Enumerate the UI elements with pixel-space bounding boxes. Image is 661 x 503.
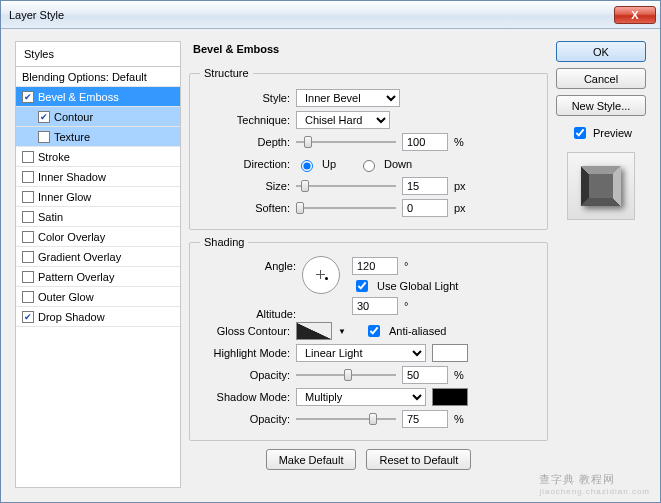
blending-options-row[interactable]: Blending Options: Default [16, 67, 180, 87]
effect-options: Bevel & Emboss Structure Style: Inner Be… [189, 41, 548, 488]
style-row-stroke[interactable]: Stroke [16, 147, 180, 167]
style-row-pattern-overlay[interactable]: Pattern Overlay [16, 267, 180, 287]
ok-button[interactable]: OK [556, 41, 646, 62]
gloss-contour-swatch[interactable] [296, 322, 332, 340]
style-row-label: Color Overlay [38, 231, 105, 243]
altitude-input[interactable] [352, 297, 398, 315]
close-icon: X [631, 9, 638, 21]
soften-input[interactable] [402, 199, 448, 217]
shadow-mode-label: Shadow Mode: [200, 391, 290, 403]
direction-down-label: Down [384, 158, 412, 170]
shadow-opacity-label: Opacity: [200, 413, 290, 425]
preview-label: Preview [593, 127, 632, 139]
style-row-outer-glow[interactable]: Outer Glow [16, 287, 180, 307]
make-default-button[interactable]: Make Default [266, 449, 357, 470]
highlight-opacity-unit: % [454, 369, 472, 381]
antialiased-checkbox[interactable] [368, 325, 380, 337]
style-row-label: Inner Glow [38, 191, 91, 203]
dialog-buttons: OK Cancel New Style... Preview [556, 41, 646, 488]
antialiased-label: Anti-aliased [389, 325, 446, 337]
global-light-checkbox[interactable] [356, 280, 368, 292]
direction-up-radio[interactable] [301, 160, 313, 172]
style-row-gradient-overlay[interactable]: Gradient Overlay [16, 247, 180, 267]
titlebar[interactable]: Layer Style X [1, 1, 660, 29]
style-row-label: Stroke [38, 151, 70, 163]
style-row-satin[interactable]: Satin [16, 207, 180, 227]
shadow-opacity-slider[interactable] [296, 412, 396, 426]
preview-swatch [567, 152, 635, 220]
style-row-bevel-emboss[interactable]: ✔Bevel & Emboss [16, 87, 180, 107]
shading-group: Shading Angle: Altitude: [189, 236, 548, 441]
preview-checkbox[interactable] [574, 127, 586, 139]
size-input[interactable] [402, 177, 448, 195]
highlight-color-swatch[interactable] [432, 344, 468, 362]
depth-input[interactable] [402, 133, 448, 151]
style-row-label: Texture [54, 131, 90, 143]
cancel-button[interactable]: Cancel [556, 68, 646, 89]
style-row-drop-shadow[interactable]: ✔Drop Shadow [16, 307, 180, 327]
blending-options-label: Blending Options: Default [22, 71, 147, 83]
shadow-opacity-input[interactable] [402, 410, 448, 428]
styles-header[interactable]: Styles [16, 42, 180, 67]
size-label: Size: [200, 180, 290, 192]
style-label: Style: [200, 92, 290, 104]
technique-label: Technique: [200, 114, 290, 126]
altitude-label: Altitude: [200, 308, 296, 320]
style-checkbox[interactable] [22, 211, 34, 223]
style-row-texture[interactable]: Texture [16, 127, 180, 147]
style-checkbox[interactable] [22, 291, 34, 303]
highlight-opacity-slider[interactable] [296, 368, 396, 382]
shadow-mode-select[interactable]: Multiply [296, 388, 426, 406]
preview-bevel-icon [581, 166, 621, 206]
depth-label: Depth: [200, 136, 290, 148]
size-slider[interactable] [296, 179, 396, 193]
shadow-color-swatch[interactable] [432, 388, 468, 406]
angle-label: Angle: [200, 260, 296, 282]
style-checkbox[interactable] [22, 271, 34, 283]
soften-label: Soften: [200, 202, 290, 214]
depth-slider[interactable] [296, 135, 396, 149]
shadow-opacity-unit: % [454, 413, 472, 425]
layer-style-dialog: Layer Style X Styles Blending Options: D… [0, 0, 661, 503]
style-row-label: Inner Shadow [38, 171, 106, 183]
new-style-button[interactable]: New Style... [556, 95, 646, 116]
style-row-color-overlay[interactable]: Color Overlay [16, 227, 180, 247]
style-checkbox[interactable] [38, 131, 50, 143]
styles-list: ✔Bevel & Emboss✔ContourTextureStrokeInne… [16, 87, 180, 327]
window-title: Layer Style [9, 9, 614, 21]
style-row-label: Gradient Overlay [38, 251, 121, 263]
direction-down-radio[interactable] [363, 160, 375, 172]
structure-group: Structure Style: Inner Bevel Technique: … [189, 67, 548, 230]
highlight-mode-label: Highlight Mode: [200, 347, 290, 359]
style-row-label: Contour [54, 111, 93, 123]
style-checkbox[interactable] [22, 151, 34, 163]
close-button[interactable]: X [614, 6, 656, 24]
style-checkbox[interactable]: ✔ [22, 91, 34, 103]
style-checkbox[interactable] [22, 231, 34, 243]
style-row-label: Pattern Overlay [38, 271, 114, 283]
angle-input[interactable] [352, 257, 398, 275]
global-light-label: Use Global Light [377, 280, 458, 292]
depth-unit: % [454, 136, 472, 148]
style-checkbox[interactable] [22, 191, 34, 203]
highlight-opacity-input[interactable] [402, 366, 448, 384]
style-checkbox[interactable]: ✔ [22, 311, 34, 323]
chevron-down-icon[interactable]: ▼ [338, 327, 346, 336]
highlight-mode-select[interactable]: Linear Light [296, 344, 426, 362]
style-checkbox[interactable] [22, 251, 34, 263]
soften-slider[interactable] [296, 201, 396, 215]
style-row-inner-glow[interactable]: Inner Glow [16, 187, 180, 207]
style-row-inner-shadow[interactable]: Inner Shadow [16, 167, 180, 187]
angle-unit: ° [404, 260, 408, 272]
style-checkbox[interactable]: ✔ [38, 111, 50, 123]
structure-legend: Structure [200, 67, 253, 79]
style-row-label: Outer Glow [38, 291, 94, 303]
shading-legend: Shading [200, 236, 248, 248]
style-select[interactable]: Inner Bevel [296, 89, 400, 107]
style-row-contour[interactable]: ✔Contour [16, 107, 180, 127]
technique-select[interactable]: Chisel Hard [296, 111, 390, 129]
altitude-unit: ° [404, 300, 408, 312]
reset-default-button[interactable]: Reset to Default [366, 449, 471, 470]
angle-dial[interactable] [302, 256, 340, 294]
style-checkbox[interactable] [22, 171, 34, 183]
